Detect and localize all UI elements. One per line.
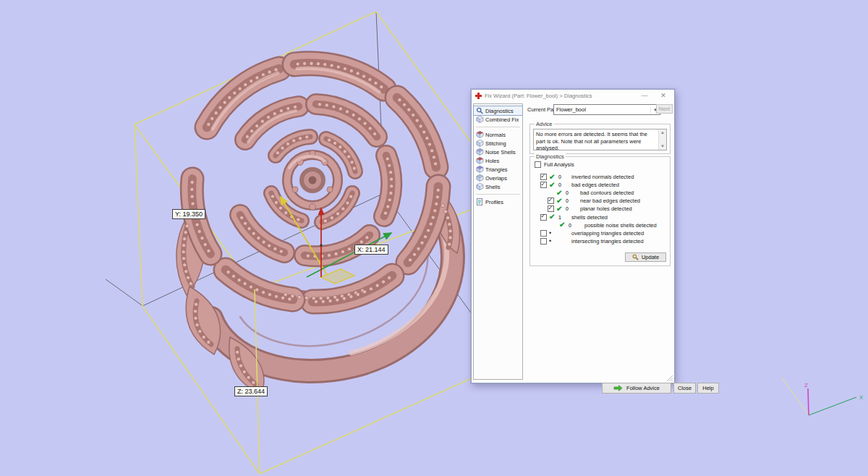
diagnostic-label: bad edges detected: [571, 182, 619, 188]
pave-bead: [339, 145, 342, 149]
pave-bead: [341, 250, 344, 253]
pave-bead: [284, 293, 287, 297]
pave-bead: [398, 98, 401, 102]
pave-bead: [218, 106, 222, 109]
pave-bead: [190, 180, 194, 184]
sidebar-item-normals[interactable]: Normals: [474, 130, 522, 139]
pave-bead: [182, 237, 186, 241]
wizard-sidebar: DiagnosticsCombined FixNormalsStitchingN…: [473, 103, 523, 380]
pave-bead: [425, 136, 429, 140]
cube-icon: [476, 157, 484, 164]
close-icon[interactable]: ✕: [654, 90, 673, 102]
advice-group-label: Advice: [535, 121, 554, 127]
sidebar-item-triangles[interactable]: Triangles: [474, 165, 522, 174]
diagnostic-row: ✔0inverted normals detected: [530, 173, 670, 181]
pave-bead: [191, 202, 195, 205]
full-analysis-checkbox[interactable]: [535, 161, 541, 168]
diagnostic-count: 0: [569, 223, 575, 228]
sidebar-item-shells[interactable]: Shells: [474, 182, 522, 191]
pave-bead: [347, 155, 351, 158]
pave-bead: [305, 135, 309, 139]
pave-bead: [409, 258, 412, 262]
pave-bead: [332, 105, 336, 109]
pave-bead: [247, 375, 250, 379]
sidebar-item-combined-fix[interactable]: Combined Fix: [474, 115, 522, 124]
diagnostic-checkbox[interactable]: [540, 182, 547, 188]
diagnostic-checkbox[interactable]: [540, 174, 547, 180]
pave-bead: [448, 236, 452, 239]
diagnostic-count: 0: [558, 174, 565, 179]
pave-bead: [273, 112, 276, 116]
diagnostic-checkbox[interactable]: [540, 238, 547, 245]
current-part-dropdown[interactable]: Flower_bool ▾: [553, 104, 660, 115]
pave-bead: [389, 177, 393, 181]
pave-bead: [323, 219, 327, 223]
close-button[interactable]: Close: [673, 383, 696, 394]
sidebar-item-label: Shells: [485, 184, 500, 190]
pave-bead: [273, 247, 277, 250]
pave-bead: [347, 247, 351, 251]
minimize-button[interactable]: —: [635, 90, 654, 102]
pave-bead: [202, 335, 205, 339]
sidebar-item-label: Holes: [485, 158, 499, 164]
update-button[interactable]: Update: [625, 252, 666, 262]
pave-bead: [210, 116, 214, 120]
pave-bead: [194, 316, 197, 320]
follow-advice-label: Follow Advice: [626, 385, 660, 391]
pave-bead: [182, 257, 186, 260]
pave-bead: [316, 62, 320, 66]
sidebar-item-noise-shells[interactable]: Noise Shells: [474, 148, 522, 156]
sidebar-item-holes[interactable]: Holes: [474, 156, 522, 165]
sidebar-item-overlaps[interactable]: Overlaps: [474, 174, 522, 182]
3d-viewport[interactable]: Z X Y: 19.350 X: 21.144 Z: 23.644: [0, 0, 868, 476]
diagnostic-checkbox[interactable]: [548, 197, 554, 204]
diagnostic-checkbox[interactable]: [548, 205, 554, 212]
pave-bead: [336, 212, 340, 216]
axis-triad: Z X: [782, 378, 864, 415]
pave-bead: [281, 296, 284, 299]
sidebar-item-stitching[interactable]: Stitching: [474, 139, 522, 148]
pave-bead: [207, 249, 210, 252]
pave-bead: [193, 310, 197, 313]
pave-bead: [362, 75, 366, 78]
diagnostic-checkbox[interactable]: [540, 214, 547, 221]
pave-bead: [412, 252, 416, 256]
pave-bead: [252, 381, 255, 384]
pave-bead: [345, 110, 349, 114]
follow-advice-button[interactable]: Follow Advice: [602, 383, 671, 394]
pave-bead: [268, 244, 271, 247]
cube-icon: [476, 148, 484, 156]
next-button[interactable]: Next: [656, 104, 673, 114]
full-analysis-row[interactable]: Full Analysis: [535, 161, 574, 168]
pave-bead: [207, 122, 210, 126]
help-button[interactable]: Help: [697, 383, 719, 394]
viewport-canvas: Z X: [0, 0, 868, 476]
sidebar-item-diagnostics[interactable]: Diagnostics: [474, 106, 522, 115]
pave-bead: [185, 224, 189, 228]
scroll-up-icon[interactable]: ▲: [659, 129, 666, 136]
fix-wizard-cross-icon: [475, 93, 482, 99]
pave-bead: [255, 76, 259, 80]
pave-bead: [194, 302, 197, 306]
diagnostic-row: ✔0planar holes detected: [530, 205, 670, 213]
diagnostic-label: bad contours detected: [580, 190, 634, 196]
pave-bead: [419, 124, 422, 128]
green-check-icon: ✔: [549, 174, 558, 180]
pave-bead: [296, 62, 299, 66]
advice-scrollbar[interactable]: ▲ ▼: [658, 129, 666, 150]
pave-bead: [195, 323, 199, 327]
pave-bead: [261, 291, 265, 294]
origin-point: [320, 244, 322, 246]
pave-bead: [342, 297, 346, 300]
sidebar-item-profiles[interactable]: Profiles: [474, 197, 522, 206]
advice-group: Advice No more errors are detected. It s…: [529, 124, 671, 154]
diagnostic-label: near bad edges detected: [580, 197, 640, 204]
pave-bead: [266, 115, 270, 119]
diagnostic-checkbox[interactable]: [540, 230, 547, 237]
pave-bead: [297, 218, 300, 221]
dialog-titlebar[interactable]: Fix Wizard (Part: Flower_bool) > Diagnos…: [472, 90, 674, 102]
scroll-down-icon[interactable]: ▼: [659, 143, 666, 150]
pave-bead: [383, 211, 387, 215]
pave-bead: [306, 254, 310, 258]
resize-grip[interactable]: [666, 375, 673, 382]
